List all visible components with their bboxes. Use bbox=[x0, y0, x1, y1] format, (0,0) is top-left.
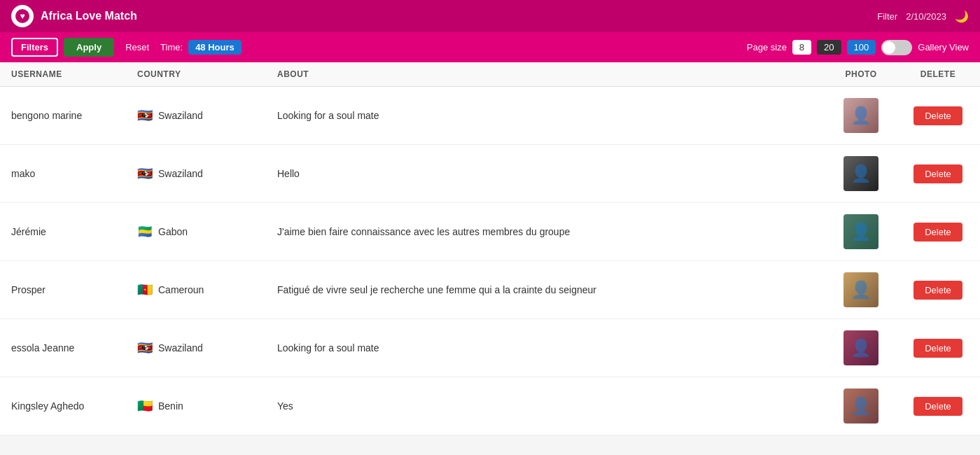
country-cell: 🇬🇦Gabon bbox=[137, 224, 255, 239]
country-name: Benin bbox=[158, 400, 183, 412]
user-photo: 👤 bbox=[844, 98, 878, 133]
flag-icon: 🇸🇿 bbox=[137, 166, 153, 181]
table-row: Prosper🇨🇲CamerounFatigué de vivre seul j… bbox=[0, 261, 980, 319]
date-nav-link[interactable]: 2/10/2023 bbox=[906, 11, 946, 22]
cell-about: Fatigué de vivre seul je recherche une f… bbox=[266, 261, 826, 319]
cell-username: essola Jeanne bbox=[0, 319, 126, 377]
cell-delete: Delete bbox=[896, 377, 980, 435]
table-row: mako🇸🇿SwazilandHello👤Delete bbox=[0, 145, 980, 203]
user-photo: 👤 bbox=[844, 272, 878, 307]
cell-photo: 👤 bbox=[826, 319, 896, 377]
cell-username: Prosper bbox=[0, 261, 126, 319]
logo-heart-icon bbox=[15, 9, 29, 23]
flag-icon: 🇬🇦 bbox=[137, 224, 153, 239]
delete-button[interactable]: Delete bbox=[913, 281, 962, 300]
cell-country: 🇸🇿Swaziland bbox=[126, 87, 266, 145]
table-row: Kingsley Aghedo🇧🇯BeninYes👤Delete bbox=[0, 377, 980, 435]
time-label: Time: bbox=[160, 42, 183, 52]
filters-button[interactable]: Filters bbox=[11, 38, 58, 57]
col-header-country: COUNTRY bbox=[126, 62, 266, 87]
cell-country: 🇸🇿Swaziland bbox=[126, 319, 266, 377]
country-cell: 🇸🇿Swaziland bbox=[137, 108, 255, 123]
country-cell: 🇨🇲Cameroun bbox=[137, 282, 255, 298]
cell-delete: Delete bbox=[896, 87, 980, 145]
photo-placeholder-icon: 👤 bbox=[844, 330, 878, 365]
cell-username: bengono marine bbox=[0, 87, 126, 145]
flag-icon: 🇨🇲 bbox=[137, 282, 153, 298]
cell-photo: 👤 bbox=[826, 145, 896, 203]
logo bbox=[11, 5, 34, 27]
cell-username: mako bbox=[0, 145, 126, 203]
country-name: Swaziland bbox=[158, 110, 203, 121]
users-table-container: USERNAME COUNTRY ABOUT PHOTO DELETE beng… bbox=[0, 62, 980, 435]
delete-button[interactable]: Delete bbox=[913, 223, 962, 241]
country-cell: 🇸🇿Swaziland bbox=[137, 340, 255, 356]
table-header-row: USERNAME COUNTRY ABOUT PHOTO DELETE bbox=[0, 62, 980, 87]
user-photo: 👤 bbox=[844, 156, 878, 191]
cell-about: Yes bbox=[266, 377, 826, 435]
photo-placeholder-icon: 👤 bbox=[844, 214, 878, 249]
user-photo: 👤 bbox=[844, 330, 878, 365]
cell-about: J'aime bien faire connaissance avec les … bbox=[266, 203, 826, 261]
flag-icon: 🇧🇯 bbox=[137, 398, 153, 414]
cell-delete: Delete bbox=[896, 261, 980, 319]
gallery-view-label: Gallery View bbox=[918, 42, 969, 52]
cell-about: Hello bbox=[266, 145, 826, 203]
user-photo: 👤 bbox=[844, 388, 878, 424]
dark-mode-icon[interactable]: 🌙 bbox=[955, 10, 969, 23]
country-name: Swaziland bbox=[158, 342, 203, 354]
col-header-about: ABOUT bbox=[266, 62, 826, 87]
cell-country: 🇸🇿Swaziland bbox=[126, 145, 266, 203]
app-title: Africa Love Match bbox=[41, 10, 137, 22]
time-value-badge[interactable]: 48 Hours bbox=[188, 40, 241, 55]
filter-bar: Filters Apply Reset Time: 48 Hours Page … bbox=[0, 32, 980, 62]
cell-delete: Delete bbox=[896, 145, 980, 203]
photo-placeholder-icon: 👤 bbox=[844, 156, 878, 191]
cell-country: 🇬🇦Gabon bbox=[126, 203, 266, 261]
cell-delete: Delete bbox=[896, 203, 980, 261]
col-header-photo: PHOTO bbox=[826, 62, 896, 87]
brand: Africa Love Match bbox=[11, 5, 137, 27]
users-table: USERNAME COUNTRY ABOUT PHOTO DELETE beng… bbox=[0, 62, 980, 435]
table-row: essola Jeanne🇸🇿SwazilandLooking for a so… bbox=[0, 319, 980, 377]
cell-about: Looking for a soul mate bbox=[266, 319, 826, 377]
photo-placeholder-icon: 👤 bbox=[844, 388, 878, 424]
table-row: Jérémie🇬🇦GabonJ'aime bien faire connaiss… bbox=[0, 203, 980, 261]
apply-button[interactable]: Apply bbox=[64, 38, 114, 57]
cell-about: Looking for a soul mate bbox=[266, 87, 826, 145]
cell-photo: 👤 bbox=[826, 87, 896, 145]
cell-photo: 👤 bbox=[826, 203, 896, 261]
reset-button[interactable]: Reset bbox=[120, 39, 155, 55]
country-cell: 🇸🇿Swaziland bbox=[137, 166, 255, 181]
cell-username: Jérémie bbox=[0, 203, 126, 261]
cell-photo: 👤 bbox=[826, 261, 896, 319]
page-size-20-button[interactable]: 20 bbox=[817, 40, 841, 55]
cell-country: 🇧🇯Benin bbox=[126, 377, 266, 435]
table-row: bengono marine🇸🇿SwazilandLooking for a s… bbox=[0, 87, 980, 145]
col-header-username: USERNAME bbox=[0, 62, 126, 87]
col-header-delete: DELETE bbox=[896, 62, 980, 87]
country-name: Swaziland bbox=[158, 168, 203, 179]
delete-button[interactable]: Delete bbox=[913, 106, 962, 125]
cell-country: 🇨🇲Cameroun bbox=[126, 261, 266, 319]
cell-photo: 👤 bbox=[826, 377, 896, 435]
photo-placeholder-icon: 👤 bbox=[844, 98, 878, 133]
page-size-label: Page size bbox=[747, 42, 787, 52]
country-cell: 🇧🇯Benin bbox=[137, 398, 255, 414]
user-photo: 👤 bbox=[844, 214, 878, 249]
gallery-view-toggle[interactable] bbox=[881, 40, 912, 55]
page-size-100-button[interactable]: 100 bbox=[847, 40, 876, 55]
delete-button[interactable]: Delete bbox=[913, 164, 962, 183]
filter-nav-link[interactable]: Filter bbox=[877, 11, 897, 22]
flag-icon: 🇸🇿 bbox=[137, 108, 153, 123]
cell-username: Kingsley Aghedo bbox=[0, 377, 126, 435]
header-nav: Filter 2/10/2023 🌙 bbox=[877, 10, 969, 23]
cell-delete: Delete bbox=[896, 319, 980, 377]
country-name: Cameroun bbox=[158, 284, 204, 295]
page-size-8-button[interactable]: 8 bbox=[792, 40, 811, 55]
country-name: Gabon bbox=[158, 226, 188, 237]
delete-button[interactable]: Delete bbox=[913, 397, 962, 416]
flag-icon: 🇸🇿 bbox=[137, 340, 153, 356]
photo-placeholder-icon: 👤 bbox=[844, 272, 878, 307]
delete-button[interactable]: Delete bbox=[913, 339, 962, 358]
